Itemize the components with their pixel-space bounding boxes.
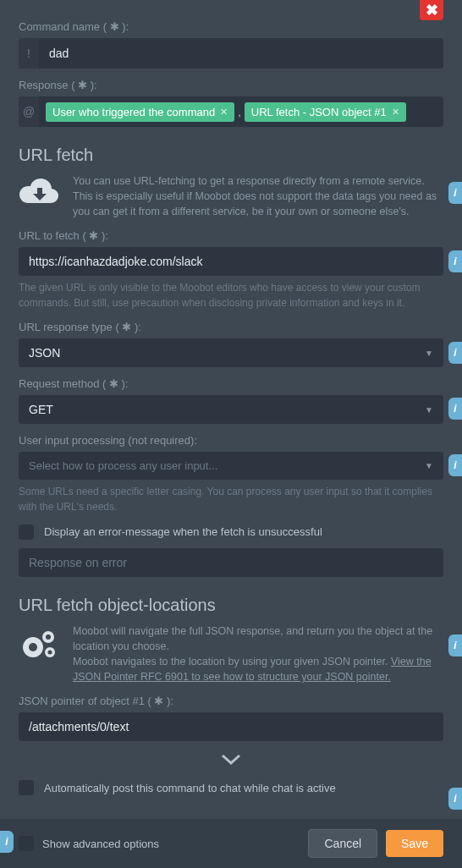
error-message-label: Display an error-message when the fetch … <box>44 525 322 538</box>
footer: Show advanced options Cancel Save <box>0 819 462 868</box>
help-tab[interactable]: i <box>448 635 462 656</box>
advanced-label: Show advanced options <box>42 838 159 850</box>
response-type-label: URL response type ( ✱ ): <box>19 321 443 333</box>
help-tab[interactable]: i <box>448 454 462 476</box>
expand-button[interactable] <box>19 741 443 777</box>
response-label: Response ( ✱ ): <box>19 79 443 91</box>
command-name-row: ! <box>19 38 443 69</box>
url-fetch-desc-1: You can use URL-fetching to get a respon… <box>73 173 443 189</box>
chevron-down-icon: ▼ <box>425 349 433 358</box>
input-processing-label: User input processing (not required): <box>19 434 443 447</box>
input-processing-placeholder: Select how to process any user input... <box>29 459 217 472</box>
url-to-fetch-input[interactable] <box>19 247 443 276</box>
advanced-checkbox[interactable] <box>19 836 34 851</box>
response-tag-urlfetch[interactable]: URL fetch - JSON object #1 ✕ <box>245 102 406 122</box>
json-pointer-input[interactable] <box>19 712 443 741</box>
close-button[interactable]: ✖ <box>420 0 443 20</box>
response-tag-user[interactable]: User who triggered the command ✕ <box>46 102 234 122</box>
chevron-down-icon <box>222 753 240 765</box>
obj-loc-desc-1: Moobot will navigate the full JSON respo… <box>73 624 443 654</box>
response-type-value: JSON <box>29 346 60 360</box>
request-method-value: GET <box>29 403 53 416</box>
auto-post-row: Automatically post this command to chat … <box>19 780 443 795</box>
remove-tag-icon[interactable]: ✕ <box>220 107 228 118</box>
object-locations-title: URL fetch object-locations <box>19 596 443 615</box>
chevron-down-icon: ▼ <box>425 461 433 470</box>
url-to-fetch-hint: The given URL is only visible to the Moo… <box>19 281 443 310</box>
input-processing-hint: Some URLs need a specific letter casing.… <box>19 485 443 514</box>
response-prefix: @ <box>19 96 39 127</box>
response-row[interactable]: @ User who triggered the command ✕ , URL… <box>19 96 443 127</box>
json-pointer-label: JSON pointer of object #1 ( ✱ ): <box>19 695 443 707</box>
input-processing-select[interactable]: Select how to process any user input... … <box>19 452 443 480</box>
gears-icon <box>19 624 61 685</box>
command-name-label: Command name ( ✱ ): <box>19 20 443 33</box>
obj-loc-desc-2: Moobot navigates to the location by usin… <box>73 654 443 684</box>
auto-post-checkbox[interactable] <box>19 780 34 795</box>
svg-point-3 <box>46 635 51 640</box>
help-tab[interactable]: i <box>448 398 462 420</box>
error-message-row: Display an error-message when the fetch … <box>19 525 443 540</box>
tag-label: User who triggered the command <box>52 106 215 118</box>
tag-separator: , <box>238 106 241 118</box>
request-method-label: Request method ( ✱ ): <box>19 377 443 390</box>
cancel-button[interactable]: Cancel <box>308 829 377 858</box>
command-prefix: ! <box>19 38 39 69</box>
command-name-input[interactable] <box>39 38 443 69</box>
download-cloud-icon <box>19 173 61 219</box>
help-tab[interactable]: i <box>448 788 462 810</box>
remove-tag-icon[interactable]: ✕ <box>392 107 399 118</box>
error-message-checkbox[interactable] <box>19 525 34 540</box>
help-tab[interactable]: i <box>448 342 462 364</box>
url-to-fetch-label: URL to fetch ( ✱ ): <box>19 229 443 242</box>
help-tab[interactable]: i <box>0 831 14 853</box>
request-method-select[interactable]: GET ▼ <box>19 395 443 424</box>
close-icon: ✖ <box>426 1 438 19</box>
svg-point-1 <box>29 643 37 651</box>
response-tag-area[interactable]: User who triggered the command ✕ , URL f… <box>39 96 443 127</box>
help-tab[interactable]: i <box>448 182 462 204</box>
error-response-input[interactable] <box>19 548 443 577</box>
url-fetch-desc-2: This is especially useful if Moobot does… <box>73 189 443 219</box>
url-fetch-title: URL fetch <box>19 146 443 165</box>
chevron-down-icon: ▼ <box>425 405 433 415</box>
tag-label: URL fetch - JSON object #1 <box>251 106 387 118</box>
url-fetch-info: You can use URL-fetching to get a respon… <box>19 173 443 219</box>
svg-point-5 <box>48 650 52 654</box>
help-tab[interactable]: i <box>448 250 462 272</box>
response-type-select[interactable]: JSON ▼ <box>19 338 443 367</box>
save-button[interactable]: Save <box>386 830 443 857</box>
auto-post-label: Automatically post this command to chat … <box>44 782 336 794</box>
object-locations-info: Moobot will navigate the full JSON respo… <box>19 624 443 685</box>
